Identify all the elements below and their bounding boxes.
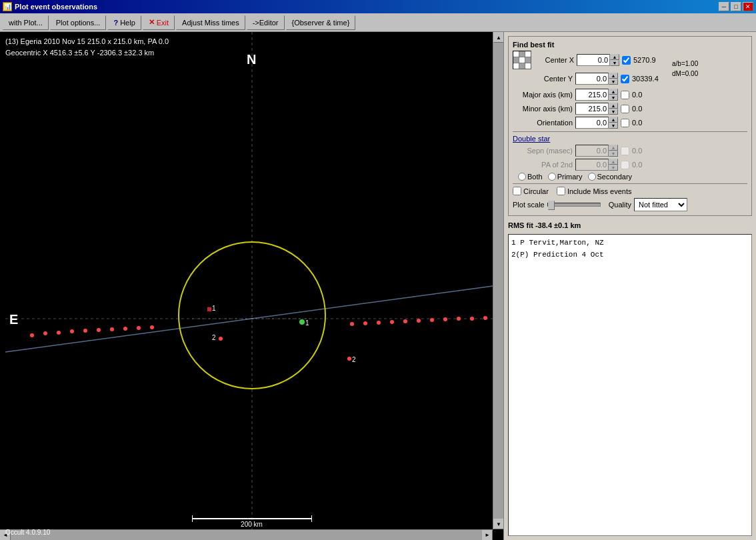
plot-scale-slider[interactable] [547, 203, 601, 207]
svg-point-9 [83, 329, 87, 333]
pa-2nd-up: ▲ [609, 159, 618, 165]
exit-menu[interactable]: ✕ Exit [143, 15, 175, 30]
pa-2nd-checkbox-label [621, 161, 629, 169]
orientation-up[interactable]: ▲ [609, 117, 618, 123]
obs-list-item-2: 2(P) Prediction 4 Oct [511, 249, 749, 261]
plot-canvas: 1 1 2 2 [0, 32, 503, 540]
plot-scale-row: Plot scale Quality Not fitted [513, 198, 747, 211]
sepn-fit-value: 0.0 [632, 147, 665, 155]
center-y-checkbox-label[interactable] [621, 75, 629, 83]
circular-label[interactable]: Circular [513, 187, 549, 195]
close-button[interactable]: ✕ [743, 2, 753, 11]
svg-point-21 [430, 318, 434, 322]
radio-secondary-label[interactable]: Secondary [588, 173, 633, 181]
svg-point-24 [470, 317, 474, 321]
scroll-right-button[interactable]: ► [482, 530, 493, 541]
radio-primary[interactable] [548, 173, 556, 181]
svg-point-6 [43, 331, 47, 335]
exit-icon: ✕ [149, 18, 155, 27]
scroll-down-button[interactable]: ▼ [493, 519, 503, 529]
minor-axis-up[interactable]: ▲ [609, 103, 618, 109]
plot-scrollbar-h[interactable]: ◄ ► [0, 529, 493, 540]
center-y-spinbox: ▲ ▼ [575, 73, 618, 85]
center-x-down[interactable]: ▼ [610, 60, 619, 66]
sepn-up: ▲ [609, 145, 618, 151]
center-y-fit-value: 30339.4 [632, 75, 665, 83]
plot-options-menu[interactable]: Plot options... [50, 15, 107, 30]
center-x-label: Center X [534, 56, 574, 64]
minor-axis-checkbox[interactable] [621, 105, 629, 113]
center-x-up[interactable]: ▲ [610, 54, 619, 60]
pa-2nd-spinbox: ▲ ▼ [575, 159, 618, 171]
major-axis-input[interactable] [575, 89, 609, 101]
minor-axis-down[interactable]: ▼ [609, 109, 618, 115]
major-axis-fit-value: 0.0 [632, 91, 665, 99]
orientation-checkbox-label[interactable] [621, 119, 629, 127]
minor-axis-checkbox-label[interactable] [621, 105, 629, 113]
rms-fit: RMS fit -38.4 ±0.1 km [508, 221, 752, 229]
pa-2nd-down: ▼ [609, 165, 618, 171]
center-x-fit-value: 5270.9 [633, 56, 667, 64]
svg-point-30 [219, 337, 223, 341]
center-y-up[interactable]: ▲ [609, 73, 618, 79]
center-y-inner: Center Y ▲ ▼ 30339.4 [533, 73, 667, 85]
orientation-checkbox[interactable] [621, 119, 629, 127]
radio-primary-label[interactable]: Primary [548, 173, 583, 181]
double-star-label[interactable]: Double star [513, 135, 550, 143]
circular-checkbox[interactable] [513, 187, 521, 195]
scroll-track-v [493, 43, 503, 519]
minor-axis-spinbox: ▲ ▼ [575, 103, 618, 115]
svg-point-18 [390, 320, 394, 324]
major-axis-down[interactable]: ▼ [609, 95, 618, 101]
center-y-down[interactable]: ▼ [609, 79, 618, 85]
maximize-button[interactable]: □ [731, 2, 741, 11]
svg-point-12 [123, 327, 127, 331]
svg-point-5 [30, 333, 34, 337]
major-axis-checkbox-label[interactable] [621, 91, 629, 99]
include-miss-checkbox[interactable] [557, 187, 565, 195]
center-x-input[interactable] [577, 54, 610, 66]
major-axis-up[interactable]: ▲ [609, 89, 618, 95]
orientation-input[interactable] [575, 117, 609, 129]
quality-select[interactable]: Not fitted [634, 198, 687, 211]
major-axis-checkbox[interactable] [621, 91, 629, 99]
sepn-down: ▼ [609, 151, 618, 157]
center-y-checkbox[interactable] [621, 75, 629, 83]
with-plot-menu[interactable]: with Plot... [3, 15, 49, 30]
orientation-row: Orientation ▲ ▼ 0.0 [513, 117, 747, 129]
minimize-button[interactable]: ─ [719, 2, 729, 11]
adjust-miss-times-menu[interactable]: Adjust Miss times [176, 15, 245, 30]
major-axis-label: Major axis (km) [513, 91, 573, 99]
fit-icon[interactable] [513, 51, 531, 69]
plot-title-line1: (13) Egeria 2010 Nov 15 215.0 x 215.0 km… [5, 36, 169, 47]
center-x-checkbox[interactable] [622, 56, 631, 65]
plot-title-line2: Geocentric X 4516.3 ±5.6 Y -2306.3 ±32.3… [5, 47, 169, 59]
svg-point-13 [137, 326, 141, 330]
radio-both[interactable] [518, 173, 526, 181]
radio-secondary[interactable] [588, 173, 596, 181]
editor-menu[interactable]: ->Editor [247, 15, 285, 30]
svg-point-15 [350, 322, 354, 326]
menu-bar: with Plot... Plot options... ? Help ✕ Ex… [0, 13, 756, 32]
svg-point-32 [347, 357, 351, 361]
plot-scrollbar-v[interactable]: ▲ ▼ [493, 32, 503, 529]
app-icon: 📊 [3, 2, 12, 11]
center-x-checkbox-label[interactable] [622, 56, 631, 65]
observer-time-menu[interactable]: {Observer & time} [286, 15, 356, 30]
svg-point-8 [70, 329, 74, 333]
scroll-up-button[interactable]: ▲ [493, 32, 503, 43]
help-menu[interactable]: ? Help [107, 15, 141, 30]
svg-point-22 [443, 317, 447, 321]
sepn-input [575, 145, 609, 157]
svg-text:2: 2 [212, 334, 216, 341]
center-y-input[interactable] [575, 73, 609, 85]
minor-axis-fit-value: 0.0 [632, 105, 665, 113]
svg-point-28 [299, 319, 305, 325]
orientation-spinbox: ▲ ▼ [575, 117, 618, 129]
minor-axis-input[interactable] [575, 103, 609, 115]
major-axis-spinbox: ▲ ▼ [575, 89, 618, 101]
include-miss-label[interactable]: Include Miss events [557, 187, 632, 195]
radio-both-label[interactable]: Both [518, 173, 543, 181]
orientation-down[interactable]: ▼ [609, 123, 618, 129]
title-bar: 📊 Plot event observations ─ □ ✕ [0, 0, 756, 13]
